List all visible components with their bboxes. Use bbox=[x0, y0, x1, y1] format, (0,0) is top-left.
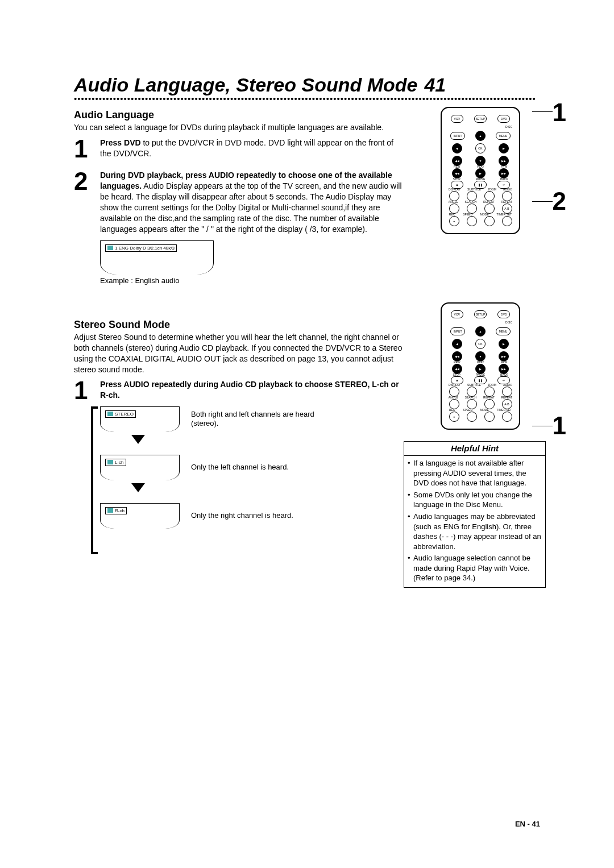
stereo-intro: Adjust Stereo Sound to determine whether… bbox=[74, 332, 404, 375]
remote-setup-button: SETUP bbox=[474, 115, 487, 123]
stereo-heading: Stereo Sound Mode bbox=[74, 319, 404, 331]
osd-caption: Example : English audio bbox=[100, 276, 404, 285]
remote-left-button: ◀ bbox=[452, 143, 462, 153]
stereo-opt3-desc: Only the right channel is heard. bbox=[191, 511, 293, 521]
step-number-1: 1 bbox=[74, 138, 94, 160]
remote-up-button: ▲ bbox=[475, 131, 486, 141]
hint-item: Audio languages may be abbreviated (such… bbox=[408, 512, 542, 551]
remote-rec-button: ● bbox=[449, 216, 459, 226]
helpful-hint-box: Helpful Hint If a language is not availa… bbox=[404, 441, 546, 588]
stereo-opt1-desc: Both right and left channels are heard (… bbox=[191, 410, 327, 429]
audio-step1-text: Press DVD to put the DVD/VCR in DVD mode… bbox=[100, 138, 404, 160]
audio-language-intro: You can select a language for DVDs durin… bbox=[74, 122, 404, 133]
remote-input-button: INPUT bbox=[450, 132, 465, 140]
step-number-2: 2 bbox=[74, 170, 94, 234]
callout-2: 2 bbox=[553, 189, 566, 214]
stereo-step1-text: Press AUDIO repeatedly during Audio CD p… bbox=[100, 379, 404, 402]
remote-vcr-button: VCR bbox=[451, 115, 463, 123]
remote-diagram-2: VCR SETUP DVD DISC INPUT ▲ MENU ◀ OK ▶ ◀… bbox=[441, 302, 520, 430]
remote-ok-button: OK bbox=[475, 143, 486, 153]
audio-language-heading: Audio Language bbox=[74, 109, 404, 121]
stereo-opt2-desc: Only the left channel is heard. bbox=[191, 463, 289, 472]
osd-text: 1.ENG Dolby D 3/2.1ch 48k/3 bbox=[115, 246, 175, 251]
remote-mode-button bbox=[484, 216, 495, 226]
remote-timerset-button bbox=[502, 216, 512, 226]
speaker-icon bbox=[107, 246, 113, 250]
helpful-hint-title: Helpful Hint bbox=[404, 442, 545, 456]
callout-1: 1 bbox=[553, 100, 566, 125]
footer-page-marker: EN - 41 bbox=[515, 820, 540, 828]
stereo-step-number-1: 1 bbox=[74, 379, 94, 402]
hint-item: Some DVDs only let you change the langua… bbox=[408, 490, 542, 510]
remote-menu-button: MENU bbox=[496, 132, 511, 140]
hint-item: If a language is not available after pre… bbox=[408, 458, 542, 488]
stereo-diagram: STEREO Both right and left channels are … bbox=[100, 406, 327, 529]
remote-diagram-1: VCR SETUP DVD DISC INPUT ▲ MENU ◀ OK ▶ ◀… bbox=[441, 107, 520, 234]
hint-item: Audio language selection cannot be made … bbox=[408, 553, 542, 583]
page-number-top: 41 bbox=[424, 74, 446, 96]
divider-dots: ••••••••••••••••••••••••••••••••••••••••… bbox=[74, 94, 546, 103]
audio-step2-text: During DVD playback, press AUDIO repeate… bbox=[100, 170, 404, 234]
remote-dvd-button: DVD bbox=[497, 115, 510, 123]
callout-stereo-1: 1 bbox=[553, 413, 566, 438]
remote-speed-button bbox=[467, 216, 477, 226]
remote-right-button: ▶ bbox=[499, 143, 509, 153]
page-title: Audio Language, Stereo Sound Mode bbox=[74, 74, 417, 96]
osd-example-screen: 1.ENG Dolby D 3/2.1ch 48k/3 bbox=[100, 240, 214, 275]
